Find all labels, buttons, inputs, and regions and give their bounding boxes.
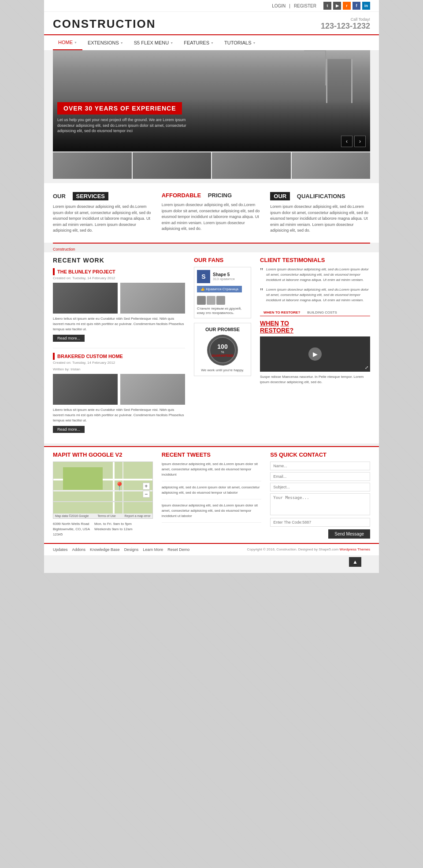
hero-next-button[interactable]: › [354, 136, 366, 147]
project-1-img-1 [53, 283, 118, 314]
fb-header: S Shape 5 313 нравится [197, 270, 248, 283]
service-block-1: OUR SERVICES Lorem ipsum dosecteur adipi… [53, 192, 153, 234]
fb-like-button[interactable]: 👍 Нравится Страница [197, 286, 242, 292]
scroll-to-top-button[interactable]: ▲ [349, 557, 361, 567]
breadcrumb: Construction [53, 247, 75, 251]
footer-designs[interactable]: Designs [124, 547, 139, 552]
contact-captcha-input[interactable] [270, 518, 370, 527]
testimonial-1: Lorem ipsum dosecteur adipisicing elit, … [260, 267, 370, 283]
video-box[interactable]: ▶ ⤢ [260, 336, 370, 372]
map-zoom-out[interactable]: − [143, 491, 150, 498]
nav-extensions[interactable]: EXTENSIONS ▼ [82, 35, 129, 50]
project-2-read-more[interactable]: Read more... [53, 426, 85, 433]
contact-title: S5 QUICK CONTACT [270, 451, 370, 458]
youtube-icon[interactable]: ▶ [333, 2, 341, 10]
service-text-3: Lorem ipsum dosecteur adipisicing elit, … [270, 204, 370, 234]
address-line1: 6399 North Wells Road [53, 521, 90, 527]
service-block-2: AFFORDABLE PRICING Lorem ipsum dosecteur… [162, 192, 262, 234]
hero-overlay: OVER 30 YEARS OF EXPERIENCE Let us help … [57, 102, 366, 134]
site-title: CONSTRUCTION [53, 17, 156, 31]
nav-home[interactable]: HOME ▼ [53, 35, 82, 50]
footer-knowledge-base[interactable]: Knowledge Base [90, 547, 120, 552]
nav-tutorials[interactable]: TUTORIALS ▼ [219, 35, 261, 50]
nav-feat-arrow: ▼ [211, 41, 214, 44]
linkedin-icon[interactable]: in [362, 2, 370, 10]
project-2-meta1: Created on: Tuesday, 14 February 2012 [53, 361, 185, 365]
footer-nav: Updates Addons Knowledge Base Designs Le… [44, 543, 379, 555]
fullscreen-icon[interactable]: ⤢ [365, 365, 368, 370]
promise-text: We work until you're happy. [198, 368, 247, 372]
recent-work-section: RECENT WORK THE BLUNLEY PROJECT Created … [53, 257, 185, 439]
twitter-icon[interactable]: t [323, 2, 331, 10]
fb-logo: S [197, 270, 210, 283]
project-2-meta2: Written by: tristan [53, 367, 185, 371]
map-terms[interactable]: Terms of Use [97, 514, 115, 517]
nav-ext-arrow: ▼ [120, 41, 123, 44]
contact-name-input[interactable] [270, 462, 370, 470]
project-1-images [53, 283, 185, 314]
service-block-3: OUR QUALIFICATIONS Lorem ipsum dosecteur… [270, 192, 370, 234]
promise-box: OUR PROMISE 100 % GUARANTEED We work unt… [194, 323, 251, 376]
nav-s5-arrow: ▼ [170, 41, 173, 44]
thumb-3[interactable] [212, 152, 291, 179]
address-line3: 12345 [53, 532, 90, 537]
send-message-button[interactable]: Send Message [328, 529, 370, 539]
badge-inner: 100 % GUARANTEED [209, 337, 236, 363]
contact-email-input[interactable] [270, 472, 370, 481]
tweets-title: RECENT TWEETS [162, 451, 262, 458]
map-footer: Map data ©2016 Google Terms of Use Repor… [53, 513, 152, 518]
map-box[interactable]: 📍 + − Map data ©2016 Google Terms of Use… [53, 462, 153, 519]
testimonial-2: Lorem ipsum dosecteur adipisicing elit, … [260, 287, 370, 303]
thumb-1[interactable] [53, 152, 132, 179]
map-address: 6399 North Wells Road Bigbtownville, CO,… [53, 521, 153, 537]
right-column: CLIENT TESTIMONIALS Lorem ipsum dosecteu… [260, 257, 370, 439]
footer-copyright: Copyright © 2016, Construction. Designed… [247, 547, 370, 551]
fb-avatars [197, 296, 248, 305]
project-2-title: BRAKERED CUSTOM HOME [53, 353, 185, 360]
play-button[interactable]: ▶ [308, 347, 322, 361]
fans-title: OUR FANS [194, 257, 251, 263]
hero-text: Let us help you get your next project of… [57, 117, 189, 134]
footer-updates[interactable]: Updates [53, 547, 68, 552]
contact-subject-input[interactable] [270, 483, 370, 491]
thumb-4[interactable] [292, 152, 371, 179]
navigation: HOME ▼ EXTENSIONS ▼ S5 FLEX MENU ▼ FEATU… [44, 34, 379, 50]
facebook-widget: S Shape 5 313 нравится 👍 Нравится Страни… [194, 267, 251, 319]
service-text-2: Lorem ipsum dosecteur adipisicing elit, … [162, 202, 262, 232]
login-link[interactable]: LOGIN [272, 4, 286, 8]
main-content: RECENT WORK THE BLUNLEY PROJECT Created … [44, 252, 379, 443]
project-2-desc: Libero tellus sit ipsum ante eu Curabitu… [53, 407, 185, 423]
map-title: MAPIT WITH GOOGLE V2 [53, 451, 153, 458]
project-1-read-more[interactable]: Read more... [53, 335, 85, 342]
footer-learn-more[interactable]: Learn More [143, 547, 163, 552]
tweet-2: adipisicing elit, sed do.Lorem ipsum dol… [162, 485, 262, 499]
thumb-2[interactable] [133, 152, 212, 179]
map-column: MAPIT WITH GOOGLE V2 📍 + − [53, 451, 153, 539]
nav-tut-arrow: ▼ [253, 41, 256, 44]
register-link[interactable]: REGISTER [294, 4, 316, 8]
nav-home-arrow: ▼ [74, 41, 77, 44]
tab-building-costs[interactable]: BUILDING COSTS [304, 309, 341, 316]
nav-features[interactable]: FEATURES ▼ [178, 35, 219, 50]
facebook-icon[interactable]: f [352, 2, 360, 10]
footer-wordpress-link[interactable]: Wordpress Themes [339, 547, 370, 551]
nav-s5flex[interactable]: S5 FLEX MENU ▼ [129, 35, 178, 50]
footer-addons[interactable]: Addons [72, 547, 86, 552]
fb-join-text: Станьте первым из друзей, кому это понра… [197, 307, 248, 316]
hero-controls: ‹ › [341, 136, 366, 147]
testimonials-title: CLIENT TESTIMONIALS [260, 257, 370, 263]
hero-prev-button[interactable]: ‹ [341, 136, 352, 147]
contact-message-input[interactable] [270, 493, 370, 515]
map-report[interactable]: Report a map error [125, 514, 151, 517]
fb-count: 313 нравится [213, 277, 235, 281]
footer-reset-demo[interactable]: Reset Demo [167, 547, 189, 552]
rss-icon[interactable]: r [343, 2, 351, 10]
project-separator [53, 348, 185, 348]
tab-when-restore[interactable]: WHEN TO RESTORE? [260, 309, 304, 316]
fb-avatar-3 [216, 296, 225, 305]
map-zoom-in[interactable]: + [143, 483, 150, 490]
project-1-meta: Created on: Tuesday, 14 February 2012 [53, 276, 185, 280]
footer-links: Updates Addons Knowledge Base Designs Le… [53, 547, 189, 552]
service-title-1: OUR SERVICES [53, 192, 153, 200]
breadcrumb-bar: Construction [44, 244, 379, 252]
